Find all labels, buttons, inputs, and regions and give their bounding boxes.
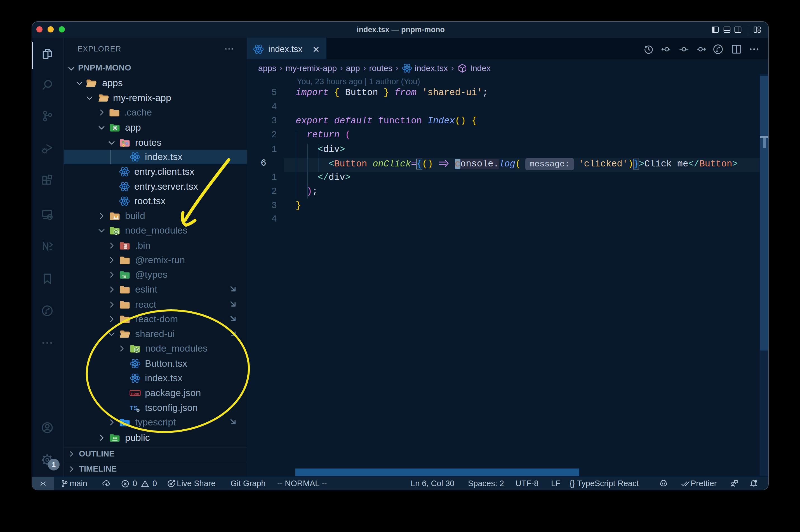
svg-text:TS: TS bbox=[122, 275, 126, 278]
svg-text:TS: TS bbox=[122, 422, 127, 426]
svg-text:10: 10 bbox=[124, 247, 127, 249]
svg-text:npm: npm bbox=[131, 391, 139, 396]
svg-text:JS: JS bbox=[115, 231, 118, 233]
svg-text:JS: JS bbox=[135, 349, 138, 352]
